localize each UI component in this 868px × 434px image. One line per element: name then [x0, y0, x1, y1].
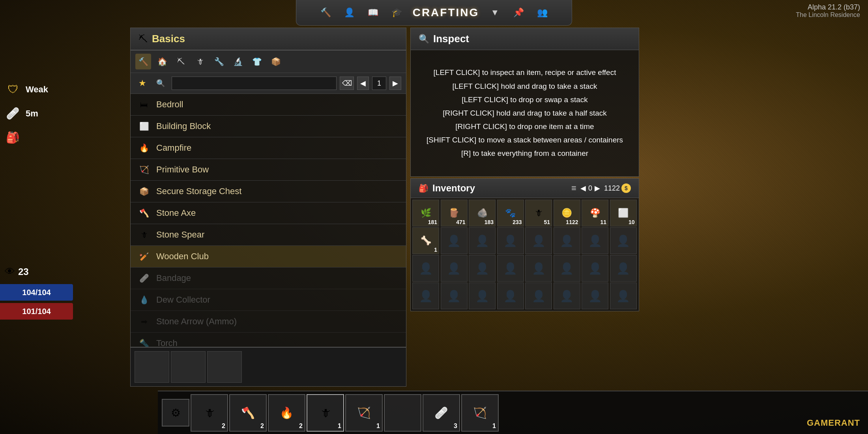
hotbar-slot-7[interactable]: 🩹 3	[423, 394, 460, 432]
inv-slot-8[interactable]: 🦴 1	[412, 227, 439, 254]
filter-mining[interactable]: ⛏	[173, 54, 189, 69]
craft-item-stone-arrow[interactable]: ➡ Stone Arrow (Ammo)	[131, 311, 406, 333]
inv-slot-22[interactable]: 👤	[582, 255, 608, 282]
inv-slot-21[interactable]: 👤	[554, 255, 580, 282]
inspect-panel: 🔍 Inspect [LEFT CLICK] to inspect an ite…	[410, 28, 639, 177]
craft-item-campfire[interactable]: 🔥 Campfire	[131, 137, 406, 159]
bandage-item-icon: 🩹	[137, 271, 152, 286]
filter-misc[interactable]: 📦	[268, 54, 284, 69]
queue-slot-2[interactable]	[171, 351, 206, 383]
inv-slot-10[interactable]: 👤	[469, 227, 496, 254]
inv-slot-7[interactable]: ⬜ 10	[610, 200, 637, 226]
inv-slot-0[interactable]: 🌿 181	[412, 200, 439, 226]
craft-item-wooden-club[interactable]: 🏏 Wooden Club	[131, 246, 406, 268]
crafting-tab-pin[interactable]: 📌	[511, 5, 526, 21]
stone-spear-icon: 🗡	[137, 227, 152, 242]
inv-slot-5[interactable]: 🪙 1122	[554, 200, 580, 226]
favorites-button[interactable]: ★	[135, 76, 150, 90]
right-panel: 🔍 Inspect [LEFT CLICK] to inspect an ite…	[410, 28, 639, 387]
crafting-tab-book[interactable]: 📖	[365, 5, 381, 21]
inv-slot-12[interactable]: 👤	[525, 227, 552, 254]
slot-5-item-icon: 🏹	[357, 406, 371, 419]
inv-slot-6[interactable]: 🍄 11	[582, 200, 608, 226]
empty-slot-icon: 👤	[560, 290, 574, 303]
slot-7-icon: ⬜	[618, 208, 629, 218]
inv-slot-1[interactable]: 🪵 471	[441, 200, 468, 226]
inspect-content: [LEFT CLICK] to inspect an item, recipe …	[411, 50, 639, 176]
next-page-button[interactable]: ▶	[389, 77, 401, 90]
filter-mechanical[interactable]: 🔧	[211, 54, 227, 69]
clear-search-button[interactable]: ⌫	[340, 77, 354, 90]
crafting-tab-person[interactable]: 👤	[342, 5, 357, 21]
inv-slot-4[interactable]: 🗡 51	[525, 200, 552, 226]
queue-slot-1[interactable]	[135, 351, 169, 383]
filter-clothing[interactable]: 👕	[249, 54, 265, 69]
craft-item-secure-storage[interactable]: 📦 Secure Storage Chest	[131, 181, 406, 202]
hotbar-slot-5[interactable]: 🏹 1	[345, 394, 383, 432]
inv-slot-17[interactable]: 👤	[441, 255, 468, 282]
hotbar-slot-2[interactable]: 🪓 2	[229, 394, 267, 432]
backpack-icon: 🎒	[4, 129, 22, 146]
sort-button[interactable]: ≡	[571, 183, 576, 193]
inv-slot-2[interactable]: 🪨 183	[469, 200, 496, 226]
hotbar-settings[interactable]: ⚙	[162, 399, 189, 427]
inv-slot-11[interactable]: 👤	[497, 227, 524, 254]
hotbar-count-5: 1	[376, 423, 380, 430]
inv-slot-20[interactable]: 👤	[525, 255, 552, 282]
building-block-label: Building Block	[156, 121, 211, 131]
inv-slot-15[interactable]: 👤	[610, 227, 637, 254]
empty-slot-icon: 👤	[560, 262, 574, 275]
inv-slot-3[interactable]: 🐾 233	[497, 200, 524, 226]
inv-slot-9[interactable]: 👤	[441, 227, 468, 254]
filter-weapons[interactable]: 🗡	[192, 54, 208, 69]
inv-next[interactable]: ▶	[595, 184, 600, 193]
inspect-line-1: [LEFT CLICK] to inspect an item, recipe …	[427, 66, 623, 79]
inv-slot-25[interactable]: 👤	[441, 282, 468, 309]
inv-slot-18[interactable]: 👤	[469, 255, 496, 282]
craft-item-bandage[interactable]: 🩹 Bandage	[131, 268, 406, 289]
inv-slot-13[interactable]: 👤	[554, 227, 580, 254]
inv-slot-28[interactable]: 👤	[525, 282, 552, 309]
stone-arrow-label: Stone Arrow (Ammo)	[156, 316, 237, 327]
craft-item-bedroll[interactable]: 🛏 Bedroll	[131, 94, 406, 116]
filter-tools[interactable]: 🔨	[135, 54, 151, 69]
hotbar-slot-1[interactable]: 🗡 2	[191, 394, 228, 432]
hotbar-count-1: 2	[222, 423, 225, 430]
inv-slot-24[interactable]: 👤	[412, 282, 439, 309]
inv-slot-27[interactable]: 👤	[497, 282, 524, 309]
craft-item-dew-collector[interactable]: 💧 Dew Collector	[131, 289, 406, 311]
hotbar-slot-4[interactable]: 🗡 1	[307, 394, 344, 432]
inv-slot-30[interactable]: 👤	[582, 282, 608, 309]
inv-prev[interactable]: ◀	[580, 184, 586, 193]
empty-slot-icon: 👤	[588, 262, 602, 275]
filter-science[interactable]: 🔬	[230, 54, 246, 69]
inventory-panel: 🎒 Inventory ≡ ◀ 0 ▶ 1122 $ 🌿 181 🪵 471	[410, 178, 639, 311]
inv-slot-16[interactable]: 👤	[412, 255, 439, 282]
search-input[interactable]	[172, 77, 337, 90]
inv-slot-26[interactable]: 👤	[469, 282, 496, 309]
crafting-tab-group[interactable]: 👥	[534, 5, 550, 21]
inv-slot-31[interactable]: 👤	[610, 282, 637, 309]
status-panel: 🛡 Weak 🩹 5m 🎒	[0, 79, 110, 151]
crafting-tab-filter[interactable]: ▼	[487, 5, 503, 21]
crafting-tab-skills[interactable]: 🎓	[389, 5, 405, 21]
inv-slot-19[interactable]: 👤	[497, 255, 524, 282]
filter-building[interactable]: 🏠	[154, 54, 170, 69]
hotbar-slot-8[interactable]: 🏹 1	[461, 394, 499, 432]
craft-item-building-block[interactable]: ⬜ Building Block	[131, 116, 406, 137]
queue-slot-3[interactable]	[207, 351, 242, 383]
inv-slot-14[interactable]: 👤	[582, 227, 608, 254]
craft-item-stone-axe[interactable]: 🪓 Stone Axe	[131, 202, 406, 224]
craft-item-stone-spear[interactable]: 🗡 Stone Spear	[131, 224, 406, 246]
inv-slot-29[interactable]: 👤	[554, 282, 580, 309]
prev-page-button[interactable]: ◀	[357, 77, 369, 90]
empty-slot-icon: 👤	[616, 262, 630, 275]
crafting-tab-hammer[interactable]: 🔨	[318, 5, 334, 21]
secure-storage-icon: 📦	[137, 184, 152, 199]
hotbar-slot-6[interactable]	[384, 394, 421, 432]
hotbar-slot-3[interactable]: 🔥 2	[268, 394, 305, 432]
eye-icon: 👁	[5, 266, 15, 278]
inv-slot-23[interactable]: 👤	[610, 255, 637, 282]
craft-item-primitive-bow[interactable]: 🏹 Primitive Bow	[131, 159, 406, 181]
empty-slot-icon: 👤	[447, 234, 461, 247]
